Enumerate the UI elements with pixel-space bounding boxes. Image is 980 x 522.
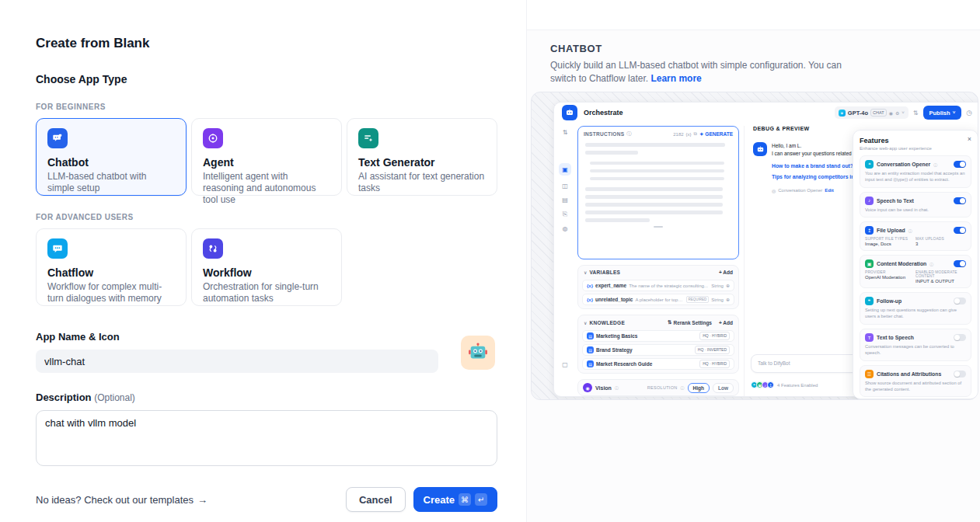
preview-orchestrate-column: INSTRUCTIONS ⓘ 2182 {x} ⧉ ✦ GENERATE [577,126,739,396]
agent-icon [203,128,223,148]
arrow-right-icon: → [197,494,208,506]
app-type-name: Workflow [203,266,330,279]
generate-button: ✦ GENERATE [699,131,733,137]
modal-footer: No ideas? Check out our templates → Canc… [36,487,497,512]
app-type-card-chatflow[interactable]: Chatflow Workflow for complex multi-turn… [36,228,187,306]
features-enabled-label: 4 Features Enabled [777,383,818,388]
instructions-token-count: 2182 [673,132,683,137]
description-label-text: Description [36,392,92,403]
for-advanced-users-label: FOR ADVANCED USERS [36,213,497,221]
feature-name: File Upload [877,228,905,233]
variable-name: unrelated_topic [595,297,633,302]
app-type-name: Chatbot [47,156,175,169]
feature-item-conversation-opener: ❝ Conversation Opener ⓘ You are an entit… [860,155,971,188]
text-to-speech-icon: T [865,333,874,342]
vision-info-icon: ⓘ [615,385,619,390]
resolution-info-icon: ⓘ [681,385,685,390]
app-type-card-text-generator[interactable]: Text Generator AI assistant for text gen… [347,118,497,196]
rerank-settings-button: ⇅ Rerank Settings [668,319,712,325]
feature-desc: Voice input can be used in chat. [865,207,966,214]
preview-pane-top-strip [527,0,980,30]
model-name: GPT-4o [848,110,868,117]
info-icon: ⓘ [929,262,933,266]
vision-eye-icon: ◉ [583,383,592,392]
choose-app-type-heading: Choose App Type [36,73,497,85]
enter-key-icon: ↵ [475,493,487,506]
knowledge-add-button: + Add [719,320,733,325]
preview-sidebar: ⇅ ▣ ◫ ▤ ⎘ ◍ ▢ [554,124,576,396]
conversation-opener-icon: ❝ [865,160,874,169]
knowledge-row: ▤ Brand Strategy HQ · INVERTED [582,344,734,356]
publish-button: Publish ˅ [923,106,962,120]
description-textarea[interactable]: chat with vllm model [36,410,497,466]
variable-icon: {x} [587,298,593,302]
knowledge-doc-icon: ▤ [587,346,594,353]
knowledge-row: ▤ Marketing Basics HQ · HYBRID [582,330,734,342]
app-type-desc: AI assistant for text generation tasks [358,171,486,194]
app-name-row [36,350,497,373]
knowledge-badge: HQ · HYBRID [699,360,730,368]
app-type-desc: Orchestration for single-turn automation… [203,281,330,304]
app-type-card-workflow[interactable]: Workflow Orchestration for single-turn a… [191,228,342,306]
create-button-label: Create [424,494,455,506]
feature-item-content-moderation: ▣ Content Moderation ⓘ PROVIDER OpenAI M… [860,255,971,288]
preview-app-icon [562,105,577,120]
preview-pane-title: CHATBOT [550,43,957,54]
publish-label: Publish [929,110,950,117]
resize-handle [654,226,663,228]
instructions-label: INSTRUCTIONS [584,131,624,137]
feature-item-speech-to-text: ♪ Speech to Text Voice input can be used… [860,192,971,218]
app-name-input[interactable] [36,350,438,373]
text-generator-icon [358,128,378,148]
app-type-card-agent[interactable]: Agent Intelligent agent with reasoning a… [191,118,342,196]
app-type-desc: LLM-based chatbot with simple setup [47,171,175,194]
feature-name: Content Moderation [877,261,926,266]
feature-name: Follow-up [877,298,902,304]
model-provider-icon: ✦ [839,110,846,117]
feature-name: Citations and Attributions [877,371,941,377]
info-icon: ⓘ [933,162,937,167]
sidebar-tune-icon: ⇅ [563,129,568,136]
skeleton-line [590,169,724,173]
feature-desc: Setting up next questions suggestion can… [865,308,966,320]
model-chevron-icon: ˅ [902,110,905,115]
feature-item-text-to-speech: T Text to Speech Conversation messages c… [860,329,971,361]
app-type-card-chatbot[interactable]: Chatbot LLM-based chatbot with simple se… [36,118,187,196]
learn-more-link[interactable]: Learn more [650,73,701,84]
feature-desc: You are an entity extraction model that … [865,171,966,183]
vision-section: ◉ Vision ⓘ RESOLUTION ⓘ High Low [577,379,739,396]
collapse-caret-icon: ∨ [584,270,587,275]
variable-settings-icon: ⊕ [726,297,730,302]
chatbot-icon [47,128,68,148]
app-icon-picker[interactable] [461,336,495,370]
variables-add-button: + Add [719,270,733,275]
feature-toggle [954,298,966,304]
knowledge-row: ▤ Market Research Guide HQ · HYBRID [582,358,734,370]
templates-link[interactable]: No ideas? Check out our templates → [36,494,208,506]
speech-to-text-icon: ♪ [865,197,874,205]
variable-type: String [711,298,724,302]
variables-braces-icon: {x} [686,132,692,137]
robot-emoji-icon [467,342,489,364]
feature-dot-icon: ↥ [767,381,774,388]
close-icon: × [968,135,971,143]
meta-label: PROVIDER [865,270,915,274]
knowledge-name: Marketing Basics [596,333,697,339]
variables-header: ∨ VARIABLES + Add [582,269,734,277]
follow-up-icon: ❞ [865,297,874,305]
sidebar-doc-icon: ▤ [562,197,568,204]
meta-value: 3 [915,242,966,246]
meta-value: OpenAI Moderation [865,275,915,280]
variables-label: VARIABLES [589,270,620,275]
sidebar-orchestrate-icon: ▣ [559,163,571,176]
feature-toggle [954,161,966,168]
variable-row: {x} unrelated_topic A placeholder for to… [582,294,734,305]
create-app-screen: Create from Blank Choose App Type FOR BE… [0,0,980,522]
cancel-button[interactable]: Cancel [346,487,406,512]
instructions-header: INSTRUCTIONS ⓘ 2182 {x} ⧉ ✦ GENERATE [578,127,738,140]
variable-name: expert_name [595,283,626,288]
rerank-label: Rerank Settings [674,320,713,325]
create-button[interactable]: Create ⌘ ↵ [413,487,497,512]
model-gear-icon: ⚙ [895,110,899,116]
resolution-high-pill: High [688,383,710,393]
